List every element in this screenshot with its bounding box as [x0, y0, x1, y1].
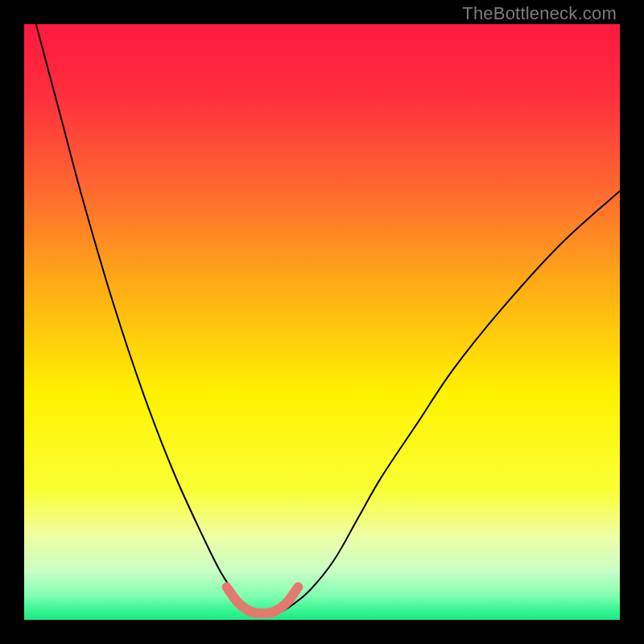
watermark-text: TheBottleneck.com: [462, 3, 617, 24]
frame-left: [0, 0, 24, 644]
plot-area: [24, 24, 620, 620]
chart-svg: [24, 24, 620, 620]
frame-bottom: [0, 620, 644, 644]
frame-right: [620, 0, 644, 644]
gradient-bg: [24, 24, 620, 620]
